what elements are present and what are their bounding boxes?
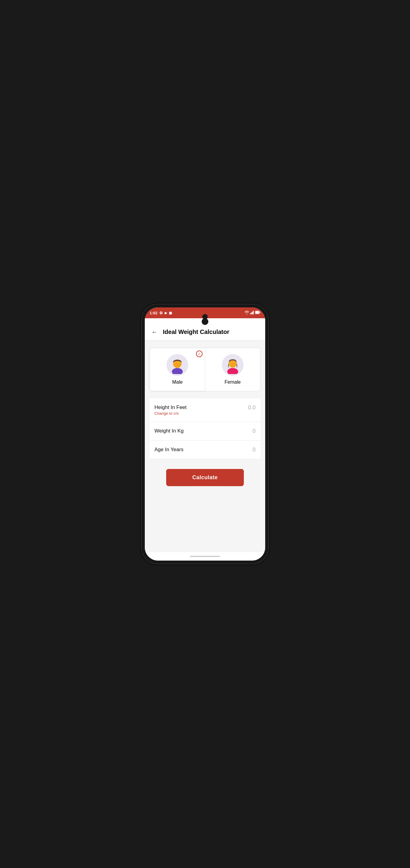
weight-field[interactable]: Weight In Kg 0 [149,422,261,441]
svg-rect-3 [253,311,254,314]
gender-option-male[interactable]: ✓ Male [149,348,205,391]
weight-label: Weight In Kg [155,428,184,434]
phone-frame: 1:02 ⚙ ▶ ▦ [142,304,268,564]
height-value[interactable]: 0.0 [248,404,255,411]
height-unit-change[interactable]: Change to cm [155,411,186,415]
phone-screen: 1:02 ⚙ ▶ ▦ [145,307,265,561]
height-field[interactable]: Height In Feet Change to cm 0.0 [149,398,261,422]
svg-rect-6 [260,312,261,313]
gender-option-female[interactable]: Female [205,348,261,391]
app-header: ← Ideal Weight Calculator [145,324,265,341]
main-content: ✓ Male [145,341,265,552]
height-label: Height In Feet [155,404,186,410]
age-label: Age In Years [155,447,183,453]
age-left: Age In Years [155,447,183,453]
battery-icon [255,311,261,315]
svg-point-12 [230,364,235,367]
female-label: Female [225,379,241,385]
svg-rect-0 [250,313,251,314]
weight-value[interactable]: 0 [252,428,255,434]
menu-icon: ▦ [169,311,172,315]
gear-icon: ⚙ [159,311,163,315]
male-label: Male [172,379,183,385]
svg-rect-5 [255,311,259,314]
svg-rect-2 [252,312,253,314]
svg-point-7 [172,368,183,374]
height-left: Height In Feet Change to cm [155,404,186,415]
status-time: 1:02 [149,311,158,315]
page-title: Ideal Weight Calculator [163,329,229,336]
back-arrow-icon: ← [151,329,158,336]
calculate-button[interactable]: Calculate [166,469,244,486]
signal-icon [250,311,254,315]
gender-selector: ✓ Male [149,348,261,391]
wifi-icon [245,311,249,315]
age-value[interactable]: 0 [252,447,255,453]
back-button[interactable]: ← [149,327,159,337]
status-right [245,311,261,315]
check-icon: ✓ [196,350,203,357]
home-bar [190,556,220,557]
male-avatar [167,354,188,376]
weight-left: Weight In Kg [155,428,184,434]
female-avatar [222,354,243,376]
age-field[interactable]: Age In Years 0 [149,441,261,459]
status-left: 1:02 ⚙ ▶ ▦ [149,311,172,315]
shield-icon: ▶ [165,311,167,315]
svg-point-10 [227,368,238,374]
svg-rect-1 [251,312,252,314]
svg-point-9 [174,363,180,367]
home-indicator [145,552,265,561]
